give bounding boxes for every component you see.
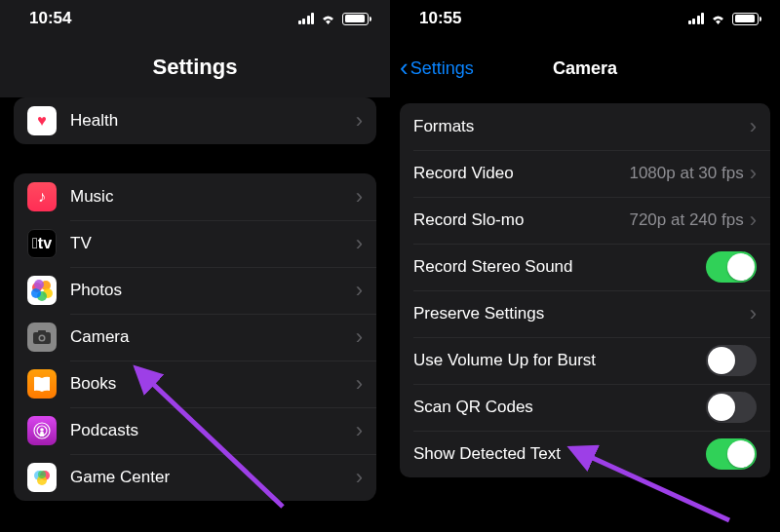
chevron-right-icon: ›	[356, 278, 363, 303]
row-label: Record Video	[413, 164, 629, 183]
health-icon: ♥	[27, 106, 57, 135]
toggle-scan-qr[interactable]	[706, 392, 757, 423]
status-icons	[298, 13, 370, 25]
row-gamecenter[interactable]: Game Center ›	[14, 454, 376, 501]
toggle-volume-burst[interactable]	[706, 345, 757, 376]
row-formats[interactable]: Formats ›	[400, 103, 770, 150]
settings-screen: 10:54 Settings ♥ Health › ♪ Music › tv …	[0, 0, 390, 532]
music-icon: ♪	[27, 182, 57, 211]
camera-settings-group: Formats › Record Video 1080p at 30 fps ›…	[400, 103, 770, 477]
photos-icon	[27, 276, 57, 305]
row-record-slomo[interactable]: Record Slo-mo 720p at 240 fps ›	[400, 197, 770, 244]
settings-group-health: ♥ Health ›	[14, 97, 376, 144]
row-camera[interactable]: Camera ›	[14, 314, 376, 361]
wifi-icon	[320, 13, 336, 25]
chevron-right-icon: ›	[356, 108, 363, 133]
battery-icon	[732, 13, 759, 25]
row-label: Camera	[70, 327, 356, 347]
row-scan-qr: Scan QR Codes	[400, 384, 770, 431]
clock: 10:55	[419, 9, 461, 28]
nav-bar: ‹ Settings Camera	[390, 47, 780, 90]
back-button[interactable]: ‹ Settings	[400, 57, 474, 80]
row-label: Show Detected Text	[413, 444, 706, 464]
row-music[interactable]: ♪ Music ›	[14, 173, 376, 220]
row-label: Health	[70, 111, 356, 131]
chevron-left-icon: ‹	[400, 55, 409, 80]
chevron-right-icon: ›	[356, 371, 363, 397]
clock: 10:54	[29, 9, 71, 28]
row-label: Use Volume Up for Burst	[413, 351, 706, 370]
wifi-icon	[710, 13, 726, 25]
chevron-right-icon: ›	[356, 465, 363, 490]
row-stereo-sound: Record Stereo Sound	[400, 244, 770, 290]
row-label: Books	[70, 374, 356, 394]
chevron-right-icon: ›	[356, 231, 363, 256]
back-label: Settings	[410, 58, 474, 79]
row-books[interactable]: Books ›	[14, 361, 376, 407]
chevron-right-icon: ›	[750, 301, 757, 326]
row-podcasts[interactable]: Podcasts ›	[14, 407, 376, 454]
row-label: Photos	[70, 281, 356, 300]
row-label: Preserve Settings	[413, 304, 750, 323]
row-preserve-settings[interactable]: Preserve Settings ›	[400, 290, 770, 337]
camera-icon	[27, 323, 57, 352]
row-value: 720p at 240 fps	[629, 210, 743, 230]
cellular-icon	[298, 13, 315, 24]
chevron-right-icon: ›	[356, 184, 363, 209]
status-bar: 10:54	[0, 0, 390, 37]
chevron-right-icon: ›	[356, 324, 363, 350]
row-health[interactable]: ♥ Health ›	[14, 97, 376, 144]
row-label: Record Stereo Sound	[413, 257, 706, 277]
row-label: Music	[70, 187, 356, 207]
row-record-video[interactable]: Record Video 1080p at 30 fps ›	[400, 150, 770, 197]
books-icon	[27, 369, 57, 399]
status-icons	[688, 13, 760, 25]
settings-group-media: ♪ Music › tv TV › Photos ›	[14, 173, 376, 501]
row-label: TV	[70, 234, 356, 253]
chevron-right-icon: ›	[750, 114, 757, 139]
battery-icon	[342, 13, 369, 25]
toggle-stereo-sound[interactable]	[706, 251, 757, 283]
podcasts-icon	[27, 416, 57, 445]
row-tv[interactable]: tv TV ›	[14, 220, 376, 267]
toggle-show-detected-text[interactable]	[706, 438, 757, 470]
row-value: 1080p at 30 fps	[629, 164, 743, 183]
row-photos[interactable]: Photos ›	[14, 267, 376, 314]
gamecenter-icon	[27, 463, 57, 492]
svg-point-10	[38, 471, 46, 478]
chevron-right-icon: ›	[750, 208, 757, 233]
cellular-icon	[688, 13, 705, 24]
page-title: Settings	[0, 37, 390, 97]
row-label: Record Slo-mo	[413, 210, 629, 230]
row-label: Scan QR Codes	[413, 398, 706, 417]
status-bar: 10:55	[390, 0, 780, 37]
tv-icon: tv	[27, 229, 57, 258]
chevron-right-icon: ›	[750, 161, 757, 186]
camera-settings-screen: 10:55 ‹ Settings Camera Formats › Record…	[390, 0, 780, 532]
svg-rect-1	[38, 330, 46, 333]
row-label: Formats	[413, 117, 750, 136]
row-label: Podcasts	[70, 421, 356, 440]
row-volume-burst: Use Volume Up for Burst	[400, 337, 770, 384]
svg-point-6	[40, 428, 44, 432]
svg-point-3	[40, 336, 44, 340]
chevron-right-icon: ›	[356, 418, 363, 443]
row-label: Game Center	[70, 468, 356, 487]
row-show-detected-text: Show Detected Text	[400, 431, 770, 477]
